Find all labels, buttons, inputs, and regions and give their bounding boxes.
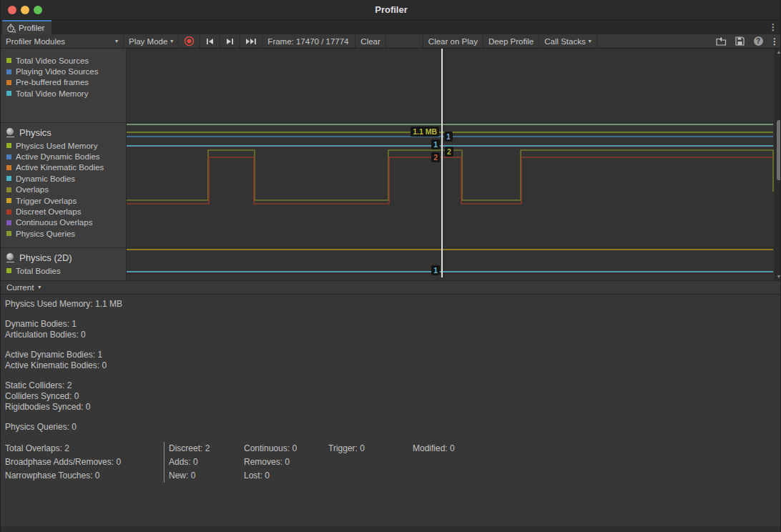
details-line: Active Kinematic Bodies: 0 xyxy=(5,360,781,371)
frame-counter: Frame: 17470 / 17774 xyxy=(262,34,355,48)
legend-label: Continuous Overlaps xyxy=(16,218,92,227)
physics-details-pane: Physics Used Memory: 1.1 MBDynamic Bodie… xyxy=(1,295,781,526)
details-table-cell: Total Overlaps: 2 xyxy=(5,442,164,455)
legend-label: Total Bodies xyxy=(16,267,61,275)
details-table-cell: Adds: 0 xyxy=(164,455,244,469)
deep-profile-toggle[interactable]: Deep Profile xyxy=(483,34,539,48)
chart-svg xyxy=(127,49,775,280)
legend-label: Overlaps xyxy=(16,185,49,194)
legend-item[interactable]: Dynamic Bodies xyxy=(1,173,126,184)
details-view-dropdown[interactable]: Current ▾ xyxy=(1,281,46,294)
legend-label: Trigger Overlaps xyxy=(16,197,77,205)
chevron-down-icon: ▾ xyxy=(38,285,41,290)
legend-color-swatch xyxy=(6,220,11,225)
chevron-down-icon: ▾ xyxy=(170,39,173,44)
chart-vertical-scrollbar[interactable]: ▲ ▼ xyxy=(775,49,781,280)
chart-value-badge: 2 xyxy=(445,147,453,157)
details-table-cell: Trigger: 0 xyxy=(328,442,413,455)
legend-item[interactable]: Total Bodies xyxy=(1,265,126,276)
details-table-row: Narrowphase Touches: 0New: 0Lost: 0 xyxy=(5,469,781,483)
legend-item[interactable]: Discreet Overlaps xyxy=(1,206,126,217)
discreet-overlaps-wave xyxy=(127,157,773,204)
tab-overflow-menu[interactable]: ⋮ xyxy=(769,20,777,34)
details-table-row: Broadphase Adds/Removes: 0Adds: 0Removes… xyxy=(5,455,781,469)
details-table-cell: Broadphase Adds/Removes: 0 xyxy=(5,455,164,469)
legend-item[interactable]: Physics Used Memory xyxy=(1,140,126,151)
previous-frame-button[interactable] xyxy=(200,34,220,48)
tab-profiler[interactable]: Profiler xyxy=(2,20,51,34)
legend-item[interactable]: Active Dynamic Bodies xyxy=(1,151,126,162)
legend-item[interactable]: Continuous Overlaps xyxy=(1,217,126,228)
legend-item[interactable]: Active Kinematic Bodies xyxy=(1,162,126,173)
load-profile-icon xyxy=(716,37,727,46)
legend-color-swatch xyxy=(6,143,11,148)
profiler-chart-area[interactable]: 1.1 MB11221 xyxy=(127,49,775,280)
titlebar: Profiler xyxy=(1,0,781,20)
tab-bar: Profiler ⋮ xyxy=(1,20,781,34)
current-frame-button[interactable] xyxy=(240,34,262,48)
module-section: Total Video SourcesPlaying Video Sources… xyxy=(1,49,126,123)
next-frame-icon xyxy=(225,38,235,45)
physics2d-total-bodies-line xyxy=(127,271,773,272)
legend-color-swatch xyxy=(6,69,11,74)
record-button[interactable] xyxy=(179,34,200,48)
module-chart-separator xyxy=(127,122,775,123)
legend-color-swatch xyxy=(6,231,11,236)
legend-color-swatch xyxy=(6,268,11,273)
previous-frame-icon xyxy=(205,38,215,45)
clear-button[interactable]: Clear xyxy=(355,34,385,48)
module-header[interactable]: Physics xyxy=(1,123,126,140)
module-section: Physics (2D)Total Bodies xyxy=(1,248,126,280)
legend-label: Active Kinematic Bodies xyxy=(16,163,104,172)
details-line: Physics Queries: 0 xyxy=(5,422,781,433)
call-stacks-dropdown[interactable]: Call Stacks ▾ xyxy=(539,34,597,48)
chart-value-badge: 1 xyxy=(431,265,440,275)
details-group: Dynamic Bodies: 1Articulation Bodies: 0 xyxy=(5,319,781,340)
window-bottom-edge xyxy=(1,526,781,532)
legend-label: Active Dynamic Bodies xyxy=(16,152,100,161)
toolbar-spacer xyxy=(386,34,423,48)
toolbar-more-menu[interactable]: ⋮ xyxy=(767,34,781,48)
module-header[interactable]: Physics (2D) xyxy=(1,248,126,265)
details-group: Physics Queries: 0 xyxy=(5,422,781,433)
kebab-menu-icon: ⋮ xyxy=(770,36,779,46)
details-table-cell xyxy=(413,455,781,469)
legend-item[interactable]: Pre-buffered frames xyxy=(1,77,126,88)
help-button[interactable]: ? xyxy=(749,34,767,48)
scrollbar-thumb[interactable] xyxy=(777,120,781,180)
details-table-cell: Narrowphase Touches: 0 xyxy=(5,469,164,483)
record-icon xyxy=(184,36,195,46)
legend-item[interactable]: Overlaps xyxy=(1,184,126,195)
toolbar-flex-spacer xyxy=(597,34,712,48)
chevron-down-icon: ▾ xyxy=(115,39,118,44)
selected-frame-playhead[interactable] xyxy=(441,49,443,277)
details-table-cell: Discreet: 2 xyxy=(164,442,244,455)
legend-label: Total Video Sources xyxy=(16,56,89,65)
physics2d-faint-red-line xyxy=(127,273,773,274)
load-profile-button[interactable] xyxy=(712,34,730,48)
details-group: Active Dynamic Bodies: 1Active Kinematic… xyxy=(5,350,781,371)
legend-color-swatch xyxy=(6,176,11,181)
legend-item[interactable]: Physics Queries xyxy=(1,228,126,239)
scroll-up-icon[interactable]: ▲ xyxy=(775,49,781,56)
details-line: Dynamic Bodies: 1 xyxy=(5,319,781,330)
legend-item[interactable]: Trigger Overlaps xyxy=(1,195,126,206)
legend-item[interactable]: Playing Video Sources xyxy=(1,66,126,77)
tab-label: Profiler xyxy=(19,24,44,32)
legend-item[interactable]: Total Video Sources xyxy=(1,55,126,66)
physics2d-olive-line xyxy=(127,249,773,250)
clear-on-play-toggle[interactable]: Clear on Play xyxy=(423,34,483,48)
legend-color-swatch xyxy=(6,154,11,159)
next-frame-button[interactable] xyxy=(220,34,240,48)
legend-item[interactable]: Total Video Memory xyxy=(1,88,126,99)
profiler-main-area: Total Video SourcesPlaying Video Sources… xyxy=(1,49,781,280)
save-profile-button[interactable] xyxy=(730,34,749,48)
details-line: Static Colliders: 2 xyxy=(5,380,781,391)
module-boundary-line xyxy=(127,124,773,125)
chart-value-badge: 1 xyxy=(444,132,453,142)
profiler-modules-dropdown[interactable]: Profiler Modules ▾ xyxy=(1,34,124,48)
toolbar: Profiler Modules ▾ Play Mode ▾ xyxy=(1,34,781,49)
play-mode-dropdown[interactable]: Play Mode ▾ xyxy=(124,34,179,48)
details-group: Physics Used Memory: 1.1 MB xyxy=(5,299,781,310)
scroll-down-icon[interactable]: ▼ xyxy=(775,273,781,280)
